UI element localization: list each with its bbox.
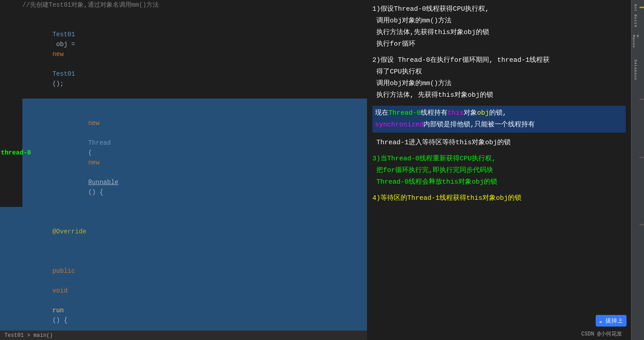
ann-s4-l1: Thread-1进入等待区等待this对象obj的锁 [372, 137, 626, 149]
ann-s1-l1: 1)假设Thread-0线程获得CPU执行权, [372, 4, 626, 15]
ann-s5-l1: 3)当Thread-0线程重新获得CPU执行权, [372, 153, 626, 165]
annotation-section-1: 1)假设Thread-0线程获得CPU执行权, 调用obj对象的mm()方法 执… [372, 4, 626, 50]
ann-s1-l2: 调用obj对象的mm()方法 [372, 15, 626, 27]
annotation-section-3: 现在Thread-0线程持有this对象obj的锁, synchronized内… [372, 106, 626, 133]
ann-s1-l4: 执行for循环 [372, 39, 626, 50]
sidebar-database[interactable]: Database [632, 59, 640, 81]
code-line-comment-top: //先创建Test01对象,通过对象名调用mm()方法 [0, 0, 367, 10]
ann-s2-l2: 得了CPU执行权 [372, 66, 626, 78]
breadcrumb-text: Test01 > main() [4, 332, 53, 339]
scroll-marker-3 [640, 157, 644, 158]
ann-s2-l1: 2)假设 Thread-0在执行for循环期间, thread-1线程获 [372, 55, 626, 66]
scroll-marker-1 [640, 7, 644, 8]
ann-s6-l1: 4)等待区的Thread-1线程获得this对象obj的锁 [372, 193, 626, 204]
ann-s5-l2: 把for循环执行完,即执行完同步代码块 [372, 165, 626, 176]
thread0-label: thread-0 [1, 148, 31, 158]
code-panel: //先创建Test01对象,通过对象名调用mm()方法 Test01 obj =… [0, 0, 367, 340]
baidu-btn-text: 拔掉上 [606, 318, 623, 324]
annotation-section-4: Thread-1进入等待区等待this对象obj的锁 [372, 137, 626, 149]
baidu-button[interactable]: ☁ 拔掉上 [596, 315, 627, 327]
code-line-publicrun1: public void run () { [0, 246, 367, 335]
right-sidebar: Ant Build m Maven Database [631, 0, 640, 340]
watermark: CSDN @小何花发 [581, 330, 622, 338]
ann-s3-l2: synchronized内部锁是排他锁,只能被一个线程持有 [375, 119, 623, 131]
ann-s2-l4: 执行方法体, 先获得this对象obj的锁 [372, 90, 626, 101]
thread0-label-line: thread-0 new Thread ( new Runnable () { [0, 99, 367, 207]
watermark-text: CSDN @小何花发 [581, 331, 622, 337]
code-line-override1: @Override [0, 207, 367, 246]
ann-s5-l3: Thread-0线程会释放this对象obj的锁 [372, 176, 626, 188]
annotation-panel: 1)假设Thread-0线程获得CPU执行权, 调用obj对象的mm()方法 执… [367, 0, 631, 340]
annotation-section-5: 3)当Thread-0线程重新获得CPU执行权, 把for循环执行完,即执行完同… [372, 153, 626, 188]
code-line-test01-obj: Test01 obj = new Test01 (); [0, 10, 367, 99]
annotation-section-2: 2)假设 Thread-0在执行for循环期间, thread-1线程获 得了C… [372, 55, 626, 101]
scroll-marker-4 [640, 224, 644, 225]
sidebar-ant-build[interactable]: Ant Build [632, 2, 640, 29]
ann-s2-l3: 调用obj对象的mm()方法 [372, 78, 626, 90]
ann-s1-l3: 执行方法体,先获得this对象obj的锁 [372, 27, 626, 39]
annotation-section-6: 4)等待区的Thread-1线程获得this对象obj的锁 [372, 193, 626, 204]
scroll-marker-2 [640, 99, 644, 100]
ann-s3-l1: 现在Thread-0线程持有this对象obj的锁, [375, 108, 623, 119]
sidebar-maven[interactable]: m Maven [632, 35, 640, 53]
breadcrumb: Test01 > main() [0, 330, 367, 340]
